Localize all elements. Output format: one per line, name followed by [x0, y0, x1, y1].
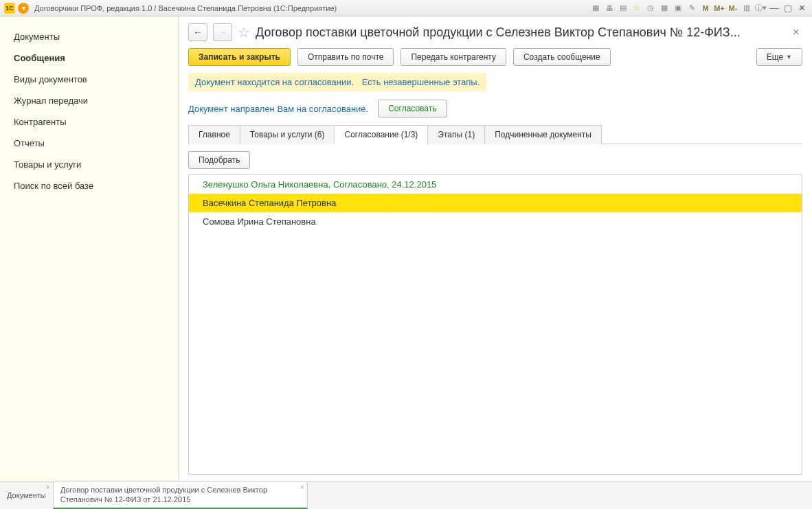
grid-row[interactable]: Васечкина Степанида Петровна — [189, 194, 802, 212]
select-button[interactable]: Подобрать — [188, 151, 250, 169]
status-text-2: Есть незавершенные этапы. — [362, 77, 480, 87]
nav-back-button[interactable]: ← — [188, 23, 207, 41]
status-text-1: Документ находится на согласовании. — [195, 77, 354, 87]
minimize-button[interactable]: — — [768, 2, 780, 14]
window-tab-documents[interactable]: Документы × — [0, 482, 54, 509]
app-logo-icon: 1C — [4, 3, 15, 14]
memory-m-button[interactable]: M — [699, 2, 712, 14]
grid-row[interactable]: Зеленушко Ольга Николаевна, Согласовано,… — [189, 175, 802, 194]
more-button[interactable]: Еще ▼ — [756, 48, 802, 66]
window-tab-contract[interactable]: Договор поставки цветочной продукции с С… — [54, 482, 308, 509]
sidebar-item-transfer-log[interactable]: Журнал передачи — [0, 90, 178, 111]
tool-icon[interactable]: ✎ — [686, 2, 698, 14]
sidebar: Документы Сообщения Виды документов Журн… — [0, 16, 179, 482]
calendar-icon[interactable]: ▣ — [672, 2, 684, 14]
window-title: Договорчики ПРОФ, редакция 1.0 / Васечки… — [34, 4, 587, 12]
save-close-button[interactable]: Записать и закрыть — [188, 48, 291, 66]
history-icon[interactable]: ◷ — [644, 2, 657, 14]
memory-mplus-button[interactable]: M+ — [713, 2, 725, 14]
sidebar-item-search-all[interactable]: Поиск по всей базе — [0, 175, 178, 196]
sidebar-item-goods[interactable]: Товары и услуги — [0, 154, 178, 175]
favorite-icon[interactable]: ☆ — [631, 2, 643, 14]
tab-approval[interactable]: Согласование (1/3) — [334, 125, 428, 144]
tab-goods[interactable]: Товары и услуги (6) — [240, 125, 335, 144]
status-message: Документ находится на согласовании. Есть… — [188, 73, 486, 91]
chevron-down-icon: ▼ — [786, 54, 792, 60]
titlebar-actions: ▦ 🖶 ▤ ☆ ◷ ▦ ▣ ✎ M M+ M- ▥ ⓘ▾ — ▢ ✕ — [589, 2, 808, 14]
tab-subdocs[interactable]: Подчиненные документы — [484, 125, 602, 144]
more-label: Еще — [767, 52, 783, 62]
send-mail-button[interactable]: Отправить по почте — [297, 48, 394, 66]
window-tab-label: Документы — [7, 491, 46, 501]
tabs: Главное Товары и услуги (6) Согласование… — [188, 124, 802, 144]
status-container: Документ находится на согласовании. Есть… — [188, 73, 802, 95]
document-title: Договор поставки цветочной продукции с С… — [256, 25, 785, 40]
memory-mminus-button[interactable]: M- — [727, 2, 739, 14]
maximize-button[interactable]: ▢ — [782, 2, 794, 14]
grid-row[interactable]: Сомова Ирина Степановна — [189, 212, 802, 231]
sidebar-item-reports[interactable]: Отчеты — [0, 133, 178, 154]
create-message-button[interactable]: Создать сообщение — [513, 48, 611, 66]
app-titlebar: 1C ▾ Договорчики ПРОФ, редакция 1.0 / Ва… — [0, 0, 812, 16]
tab-stages[interactable]: Этапы (1) — [427, 125, 485, 144]
close-icon[interactable]: × — [300, 484, 304, 491]
sidebar-item-documents[interactable]: Документы — [0, 26, 178, 47]
main-area: Документы Сообщения Виды документов Журн… — [0, 16, 812, 482]
content-area: ← → ☆ Договор поставки цветочной продукц… — [179, 16, 812, 482]
toolbar-icon[interactable]: ▦ — [589, 2, 602, 14]
approval-row: Документ направлен Вам на согласование. … — [188, 95, 802, 124]
dropdown-icon[interactable]: ▾ — [18, 3, 29, 14]
send-counterparty-button[interactable]: Передать контрагенту — [401, 48, 506, 66]
approval-message: Документ направлен Вам на согласование. — [188, 104, 368, 114]
doc-icon[interactable]: ▤ — [617, 2, 629, 14]
print-icon[interactable]: 🖶 — [603, 2, 616, 14]
approve-button[interactable]: Согласовать — [378, 100, 447, 117]
approval-grid[interactable]: Зеленушко Ольга Николаевна, Согласовано,… — [188, 174, 802, 475]
close-document-button[interactable]: × — [790, 26, 802, 38]
sidebar-item-doc-types[interactable]: Виды документов — [0, 69, 178, 90]
sidebar-item-messages[interactable]: Сообщения — [0, 47, 178, 69]
panels-icon[interactable]: ▥ — [741, 2, 753, 14]
calculator-icon[interactable]: ▦ — [658, 2, 670, 14]
sidebar-item-counterparties[interactable]: Контрагенты — [0, 111, 178, 133]
close-button[interactable]: ✕ — [796, 2, 808, 14]
favorite-star-icon[interactable]: ☆ — [238, 24, 250, 41]
info-icon[interactable]: ⓘ▾ — [754, 2, 767, 14]
nav-forward-button[interactable]: → — [213, 23, 232, 41]
window-tabs: Документы × Договор поставки цветочной п… — [0, 482, 812, 509]
document-toolbar: Записать и закрыть Отправить по почте Пе… — [188, 48, 802, 66]
content-header: ← → ☆ Договор поставки цветочной продукц… — [188, 23, 802, 41]
tab-main[interactable]: Главное — [188, 125, 240, 144]
window-tab-label: Договор поставки цветочной продукции с С… — [60, 486, 300, 505]
close-icon[interactable]: × — [46, 484, 50, 491]
tab-toolbar: Подобрать — [188, 151, 802, 169]
